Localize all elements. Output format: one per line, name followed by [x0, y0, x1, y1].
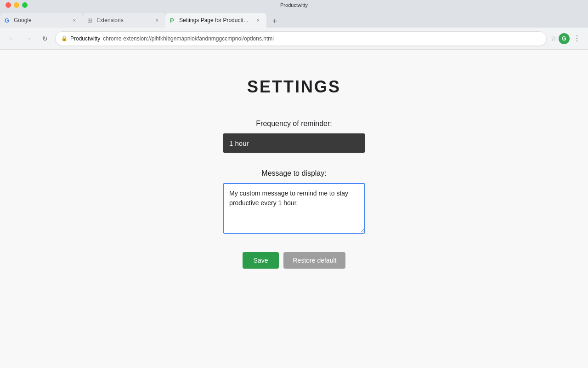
secure-icon: 🔒	[61, 35, 68, 41]
window-title: Productwitty	[280, 2, 308, 8]
title-bar: Productwitty	[0, 0, 588, 10]
buttons-row: Save Restore default	[243, 252, 346, 269]
settings-container: SETTINGS Frequency of reminder: 30 minut…	[0, 77, 588, 269]
extensions-favicon-icon: ⊞	[87, 17, 94, 23]
frequency-select[interactable]: 30 minutes 1 hour 2 hours 4 hours 8 hour…	[223, 133, 365, 153]
minimize-button[interactable]	[14, 2, 19, 8]
window-controls	[6, 2, 28, 8]
forward-button[interactable]: →	[22, 32, 35, 45]
close-button[interactable]	[6, 2, 11, 8]
address-bar[interactable]: 🔒 Productwitty chrome-extension://plhfkh…	[55, 31, 547, 46]
back-button[interactable]: ←	[6, 32, 18, 45]
tab-extensions-close-icon[interactable]: ×	[153, 17, 161, 24]
settings-favicon-icon: P	[170, 17, 176, 23]
new-tab-button[interactable]: +	[268, 15, 281, 28]
frequency-label: Frequency of reminder:	[256, 120, 332, 128]
address-bar-row: ← → ↻ 🔒 Productwitty chrome-extension://…	[0, 28, 588, 50]
tab-settings[interactable]: P Settings Page for Productiwit... ×	[165, 13, 266, 28]
tab-google[interactable]: G Google ×	[0, 13, 83, 28]
restore-default-button[interactable]: Restore default	[283, 252, 345, 269]
message-label: Message to display:	[261, 169, 326, 178]
browser-frame: Productwitty G Google × ⊞ Extensions × P…	[0, 0, 588, 368]
tab-settings-close-icon[interactable]: ×	[254, 17, 262, 24]
page-content: SETTINGS Frequency of reminder: 30 minut…	[0, 50, 588, 368]
chrome-profile-icon[interactable]: G	[559, 33, 570, 44]
tab-google-label: Google	[14, 17, 68, 23]
save-button[interactable]: Save	[243, 252, 279, 269]
tab-extensions-label: Extensions	[96, 17, 151, 23]
address-bar-actions: ☆ G ⋮	[550, 32, 582, 45]
message-group: Message to display:	[0, 169, 588, 234]
page-title: SETTINGS	[247, 77, 341, 97]
refresh-button[interactable]: ↻	[39, 32, 51, 45]
bookmark-icon[interactable]: ☆	[550, 34, 557, 43]
tab-bar: G Google × ⊞ Extensions × P Settings Pag…	[0, 10, 588, 28]
site-name: Productwitty	[70, 35, 100, 42]
tab-google-close-icon[interactable]: ×	[71, 17, 78, 24]
maximize-button[interactable]	[22, 2, 28, 8]
tab-extensions[interactable]: ⊞ Extensions ×	[83, 13, 165, 28]
frequency-group: Frequency of reminder: 30 minutes 1 hour…	[0, 120, 588, 153]
chrome-menu-icon[interactable]: ⋮	[571, 32, 582, 45]
tab-settings-label: Settings Page for Productiwit...	[179, 17, 252, 23]
google-favicon-icon: G	[5, 17, 11, 23]
address-url: chrome-extension://plhfkhibgnmapniokfand…	[103, 35, 274, 42]
message-textarea[interactable]	[223, 183, 365, 234]
